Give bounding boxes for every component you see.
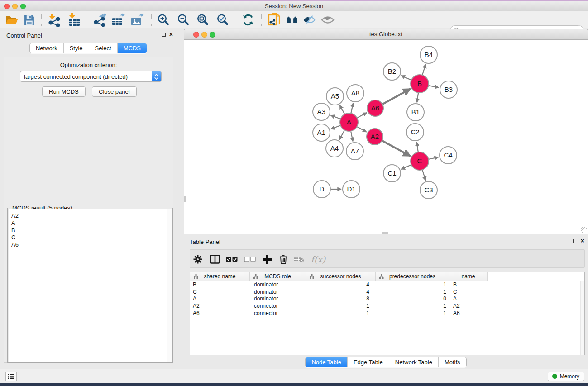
select-stepper-icon[interactable] <box>152 71 161 81</box>
graph-edge-A-A5[interactable] <box>340 105 344 114</box>
table-cell[interactable]: A6 <box>190 310 250 316</box>
graph-node-A8[interactable]: A8 <box>347 85 364 102</box>
table-row[interactable]: Bdominator41B <box>190 281 584 288</box>
graph-edge-A-A8[interactable] <box>351 103 353 113</box>
open-session-icon[interactable] <box>5 13 19 27</box>
tab-motifs[interactable]: Motifs <box>439 357 466 367</box>
graph-edge-A6-B[interactable] <box>383 89 411 104</box>
tab-select[interactable]: Select <box>89 43 118 53</box>
select-all-icon[interactable] <box>225 254 238 265</box>
table-row[interactable]: Adominator80A <box>190 295 584 303</box>
table-cell[interactable]: 4 <box>306 289 376 295</box>
network-window-titlebar[interactable]: testGlobe.txt <box>184 29 588 40</box>
table-cell[interactable]: 1 <box>376 281 449 288</box>
graph-node-D[interactable]: D <box>313 181 330 198</box>
graph-node-C2[interactable]: C2 <box>406 124 424 141</box>
export-image-icon[interactable] <box>130 13 144 27</box>
table-cell[interactable]: 1 <box>306 303 376 309</box>
float-panel-icon[interactable] <box>162 33 166 37</box>
column-header[interactable]: shared name <box>190 272 250 281</box>
column-header[interactable]: MCDS role <box>250 272 306 281</box>
float-table-panel-icon[interactable] <box>573 239 577 243</box>
table-cell[interactable]: C <box>449 289 488 295</box>
function-builder-icon[interactable]: f(x) <box>311 254 326 265</box>
run-mcds-button[interactable]: Run MCDS <box>42 86 86 97</box>
canvas-hscroll-thumb[interactable] <box>382 232 388 234</box>
clone-network-icon[interactable] <box>268 13 281 27</box>
result-list-item[interactable]: C <box>11 234 167 241</box>
show-panel-list-button[interactable] <box>5 372 17 381</box>
table-cell[interactable]: A <box>190 295 250 302</box>
table-cell[interactable]: 1 <box>306 310 376 316</box>
graph-edge-A-A7[interactable] <box>351 132 353 142</box>
graph-edge-A-A2[interactable] <box>357 127 366 132</box>
add-row-icon[interactable] <box>262 254 272 265</box>
show-all-networks-icon[interactable] <box>285 13 299 27</box>
table-cell[interactable]: 4 <box>306 281 376 288</box>
graph-node-C[interactable]: C <box>411 152 429 170</box>
table-cell[interactable]: A <box>449 295 488 302</box>
graph-node-A6[interactable]: A6 <box>367 100 383 116</box>
import-table-icon[interactable] <box>67 13 81 27</box>
graph-node-C4[interactable]: C4 <box>440 147 457 164</box>
table-cell[interactable]: dominator <box>250 289 306 295</box>
graph-node-B1[interactable]: B1 <box>407 104 424 121</box>
graph-node-A5[interactable]: A5 <box>326 88 344 105</box>
graph-edge-A2-C[interactable] <box>382 141 411 156</box>
graph-node-A2[interactable]: A2 <box>367 129 383 145</box>
column-header[interactable]: successor nodes <box>306 272 376 281</box>
graph-edge-B-B2[interactable] <box>401 76 411 80</box>
zoom-out-icon[interactable] <box>177 13 190 27</box>
table-cell[interactable]: A6 <box>449 310 488 316</box>
table-cell[interactable]: A2 <box>449 303 488 309</box>
tab-mcds[interactable]: MCDS <box>118 43 147 53</box>
criterion-select[interactable]: largest connected component (directed) <box>20 71 162 82</box>
graph-node-D1[interactable]: D1 <box>343 181 360 198</box>
graph-node-A4[interactable]: A4 <box>326 140 343 157</box>
table-scrollbar[interactable] <box>580 281 584 355</box>
delete-table-icon[interactable] <box>294 254 305 265</box>
graph-node-B4[interactable]: B4 <box>420 46 437 63</box>
table-cell[interactable]: connector <box>250 303 306 309</box>
column-header[interactable]: predecessor nodes <box>376 272 449 281</box>
zoom-selected-icon[interactable] <box>216 13 229 27</box>
table-cell[interactable]: C <box>190 289 250 295</box>
export-table-icon[interactable] <box>111 13 125 27</box>
result-list-item[interactable]: B <box>11 227 167 234</box>
split-columns-icon[interactable] <box>210 254 220 265</box>
hide-selected-icon[interactable] <box>302 13 316 27</box>
table-cell[interactable]: 1 <box>376 289 449 295</box>
tab-style[interactable]: Style <box>64 43 89 53</box>
export-network-icon[interactable] <box>93 13 106 27</box>
network-canvas[interactable]: B4B2BB3A8A5A6A3B1AA1C2A2A4A7C4CC1C3DD1 <box>184 40 588 234</box>
memory-button[interactable]: Memory <box>548 372 584 381</box>
tab-network[interactable]: Network <box>30 43 64 53</box>
graph-edge-B-B4[interactable] <box>422 64 425 75</box>
table-cell[interactable]: 1 <box>376 310 449 316</box>
table-cell[interactable]: 8 <box>306 295 376 302</box>
graph-edge-A-A4[interactable] <box>339 130 344 139</box>
save-session-icon[interactable] <box>22 13 36 27</box>
refresh-icon[interactable] <box>241 13 255 27</box>
result-list-item[interactable]: A2 <box>11 212 167 219</box>
settings-gear-icon[interactable] <box>192 254 203 265</box>
graph-node-B[interactable]: B <box>411 75 429 93</box>
close-panel-button[interactable]: Close panel <box>92 86 137 97</box>
graph-edge-C-C4[interactable] <box>429 157 439 159</box>
close-table-panel-icon[interactable]: × <box>581 238 584 243</box>
graph-edge-A-A3[interactable] <box>331 115 340 119</box>
zoom-fit-icon[interactable] <box>196 13 210 27</box>
tab-edge-table[interactable]: Edge Table <box>348 357 389 367</box>
deselect-all-icon[interactable] <box>244 254 256 265</box>
table-row[interactable]: A6connector11A6 <box>190 310 584 317</box>
result-list-item[interactable]: A6 <box>11 241 167 248</box>
graph-edge-A-A1[interactable] <box>331 125 340 129</box>
graph-edge-C-C1[interactable] <box>401 165 411 169</box>
table-row[interactable]: Cdominator41C <box>190 288 584 295</box>
result-list-item[interactable]: A <box>11 219 167 227</box>
import-network-icon[interactable] <box>47 13 61 27</box>
table-cell[interactable]: B <box>449 281 488 288</box>
delete-icon[interactable] <box>278 254 289 265</box>
graph-node-C1[interactable]: C1 <box>383 165 401 182</box>
graph-node-A[interactable]: A <box>340 113 358 131</box>
